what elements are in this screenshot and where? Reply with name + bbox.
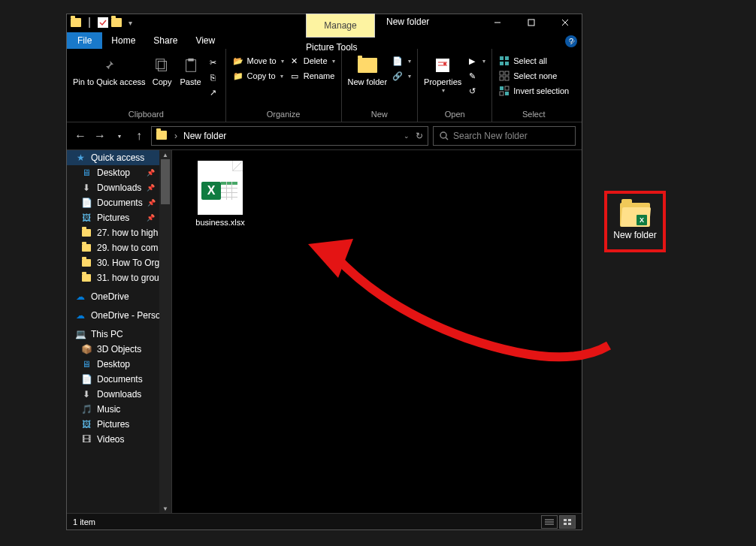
copy-path-button[interactable]: ⎘: [207, 71, 219, 83]
scrollbar-thumb[interactable]: [161, 159, 170, 204]
refresh-button[interactable]: ↻: [416, 131, 423, 141]
sidebar-item-pictures[interactable]: 🖼Pictures: [67, 417, 171, 432]
close-button[interactable]: [548, 14, 582, 31]
new-folder-button[interactable]: New folder: [348, 55, 388, 86]
copy-button[interactable]: Copy: [150, 55, 174, 86]
tab-picture-tools[interactable]: Picture Tools: [300, 39, 363, 56]
cut-button[interactable]: ✂: [207, 56, 219, 68]
invert-selection-button[interactable]: Invert selection: [498, 85, 569, 97]
pin-icon: 📌: [147, 214, 155, 222]
edit-button[interactable]: ✎: [466, 70, 485, 82]
details-view-button[interactable]: [541, 515, 558, 529]
svg-rect-7: [188, 59, 193, 62]
pictures-icon: 🖼: [80, 419, 92, 430]
open-group-label: Open: [424, 108, 485, 120]
delete-button[interactable]: ✕Delete▾: [289, 55, 335, 67]
pin-quick-access-button[interactable]: Pin to Quick access: [73, 55, 146, 86]
scroll-down-icon[interactable]: ▼: [159, 504, 171, 513]
svg-rect-12: [500, 62, 503, 65]
address-dropdown-icon[interactable]: ⌄: [404, 132, 410, 140]
select-all-button[interactable]: Select all: [498, 55, 569, 67]
paste-shortcut-button[interactable]: ↗: [207, 86, 219, 98]
select-none-button[interactable]: Select none: [498, 70, 569, 82]
icons-view-button[interactable]: [559, 515, 576, 529]
desktop-folder-highlighted[interactable]: X New folder: [604, 191, 666, 252]
easy-access-button[interactable]: 🔗▾: [392, 70, 411, 82]
recent-dropdown[interactable]: ▾: [112, 128, 127, 143]
sidebar-onedrive[interactable]: ☁OneDrive: [67, 285, 171, 304]
sidebar-onedrive-personal[interactable]: ☁OneDrive - Perso: [67, 304, 171, 323]
cube-icon: 📦: [80, 344, 92, 354]
sidebar-item-folder[interactable]: 29. how to com: [67, 240, 171, 255]
sidebar-item-videos[interactable]: 🎞Videos: [67, 432, 171, 447]
copy-icon: [150, 55, 174, 76]
open-button[interactable]: ▶▾: [466, 55, 485, 67]
sidebar-quick-access[interactable]: ★ Quick access: [67, 150, 171, 165]
paste-icon: [179, 55, 203, 76]
manage-context-tab[interactable]: Manage: [306, 14, 375, 38]
sidebar-item-pictures[interactable]: 🖼Pictures📌: [67, 210, 171, 225]
maximize-button[interactable]: [514, 14, 548, 31]
sidebar-item-documents[interactable]: 📄Documents: [67, 372, 171, 387]
search-box[interactable]: Search New folder: [433, 126, 576, 146]
manage-label: Manage: [324, 20, 356, 31]
svg-rect-17: [505, 77, 509, 80]
svg-rect-16: [500, 77, 503, 80]
forward-button[interactable]: →: [92, 128, 107, 143]
download-icon: ⬇: [80, 389, 92, 400]
pin-icon: 📌: [147, 184, 155, 192]
svg-rect-5: [156, 59, 164, 69]
shortcut-icon: ↗: [207, 86, 219, 98]
paste-button[interactable]: Paste: [179, 55, 203, 86]
sidebar-item-desktop[interactable]: 🖥Desktop: [67, 357, 171, 372]
folder-icon: [80, 273, 92, 283]
up-button[interactable]: ↑: [132, 128, 147, 143]
rename-button[interactable]: ▭Rename: [289, 70, 335, 82]
address-bar[interactable]: › New folder ⌄ ↻: [151, 126, 428, 146]
minimize-button[interactable]: [480, 14, 514, 31]
new-item-button[interactable]: 📄▾: [392, 55, 411, 67]
properties-button[interactable]: Properties ▾: [424, 55, 461, 95]
document-icon: 📄: [80, 374, 92, 385]
sidebar-item-documents[interactable]: 📄Documents📌: [67, 195, 171, 210]
quick-access-toolbar: ▾: [67, 17, 139, 29]
item-count: 1 item: [73, 517, 95, 526]
ribbon: Pin to Quick access Copy Paste ✂ ⎘ ↗ Cli…: [67, 49, 582, 122]
sidebar-item-folder[interactable]: 27. how to high: [67, 225, 171, 240]
back-button[interactable]: ←: [73, 128, 88, 143]
tab-home[interactable]: Home: [102, 32, 144, 49]
svg-rect-21: [505, 92, 509, 95]
collapse-ribbon-icon[interactable]: [568, 38, 576, 46]
scroll-up-icon[interactable]: ▲: [159, 150, 171, 159]
tab-file[interactable]: File: [67, 32, 102, 49]
download-icon: ⬇: [80, 183, 92, 193]
move-to-button[interactable]: 📂Move to▾: [232, 55, 284, 67]
open-icon: ▶: [466, 55, 478, 67]
sidebar-item-downloads[interactable]: ⬇Downloads: [67, 387, 171, 402]
music-icon: 🎵: [80, 404, 92, 415]
overflow-icon[interactable]: ▾: [124, 17, 136, 29]
file-item[interactable]: X business.xlsx: [190, 161, 250, 227]
tab-share[interactable]: Share: [144, 32, 186, 49]
content-area[interactable]: X business.xlsx: [172, 150, 582, 513]
sidebar-item-folder[interactable]: 31. how to grou: [67, 270, 171, 285]
sidebar-item-folder[interactable]: 30. How To Org: [67, 255, 171, 270]
desktop-folder-label: New folder: [613, 230, 656, 240]
svg-rect-28: [568, 519, 571, 521]
divider-icon: [83, 17, 95, 29]
sidebar-this-pc[interactable]: 💻This PC: [67, 323, 171, 342]
sidebar-item-downloads[interactable]: ⬇Downloads📌: [67, 180, 171, 195]
svg-rect-30: [568, 523, 571, 525]
copy-to-icon: 📁: [232, 70, 244, 82]
history-button[interactable]: ↺: [466, 85, 485, 97]
ribbon-group-select: Select all Select none Invert selection …: [492, 49, 575, 122]
folder-icon: [80, 258, 92, 268]
tab-view[interactable]: View: [186, 32, 224, 49]
sidebar-item-3d-objects[interactable]: 📦3D Objects: [67, 342, 171, 357]
sidebar-scrollbar[interactable]: ▲ ▼: [159, 150, 171, 513]
cloud-icon: ☁: [74, 291, 86, 302]
sidebar-item-desktop[interactable]: 🖥Desktop📌: [67, 165, 171, 180]
sidebar-item-music[interactable]: 🎵Music: [67, 402, 171, 417]
checkbox-icon[interactable]: [97, 17, 109, 29]
copy-to-button[interactable]: 📁Copy to▾: [232, 70, 284, 82]
